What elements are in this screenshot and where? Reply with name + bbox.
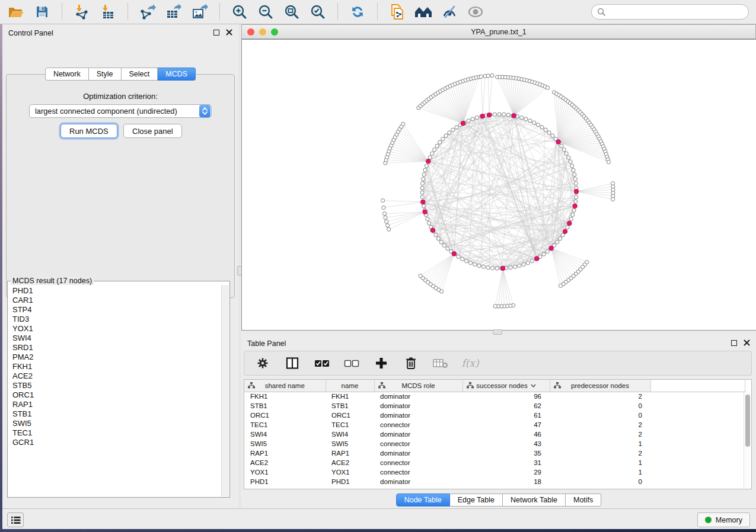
toolbar-separator: [377, 4, 378, 20]
mcds-result-item[interactable]: CAR1: [12, 296, 221, 305]
network-graph[interactable]: [242, 40, 755, 330]
control-panel-tabs: NetworkStyleSelectMCDS: [2, 68, 238, 81]
hide-selected-icon[interactable]: [441, 3, 458, 21]
control-panel-titlebar: Control Panel: [2, 24, 238, 40]
open-session-icon[interactable]: [7, 3, 25, 21]
mcds-result-item[interactable]: ACE2: [12, 371, 221, 381]
import-network-icon[interactable]: [73, 3, 91, 21]
tab-node-table[interactable]: Node Table: [396, 493, 450, 507]
mcds-result-item[interactable]: FKH1: [12, 362, 221, 371]
table-row[interactable]: PHD1PHD1dominator180: [244, 477, 745, 486]
search-input[interactable]: [609, 8, 743, 16]
deselect-all-icon[interactable]: [344, 355, 359, 371]
task-list-icon: [11, 516, 21, 524]
table-row[interactable]: ORC1ORC1dominator610: [244, 411, 745, 420]
mcds-result-item[interactable]: YOX1: [12, 324, 221, 334]
network-window-titlebar: YPA_prune.txt_1: [241, 24, 756, 39]
refresh-view-icon[interactable]: [349, 3, 366, 21]
float-panel-icon[interactable]: [213, 30, 219, 36]
network-window: YPA_prune.txt_1: [241, 24, 756, 331]
horizontal-splitter[interactable]: [241, 331, 756, 335]
toolbar-separator: [219, 4, 220, 20]
save-session-icon[interactable]: [33, 3, 51, 21]
export-image-icon[interactable]: [191, 3, 209, 21]
mcds-result-item[interactable]: STB5: [12, 381, 221, 390]
column-header-filler: [650, 380, 745, 392]
mcds-result-item[interactable]: SWI5: [12, 419, 221, 428]
delete-table-icon[interactable]: [433, 355, 448, 371]
run-mcds-button[interactable]: Run MCDS: [60, 124, 117, 138]
mcds-result-item[interactable]: ORC1: [12, 390, 221, 400]
mcds-result-item[interactable]: SRD1: [12, 343, 221, 352]
column-header-name[interactable]: name: [326, 380, 374, 392]
memory-status-icon: [705, 517, 712, 523]
mcds-result-list[interactable]: PHD1CAR1STP4TID3YOX1SWI4SRD1PMA2FKH1ACE2…: [8, 285, 221, 496]
select-stepper-icon: [199, 105, 210, 117]
network-window-title: YPA_prune.txt_1: [242, 28, 755, 36]
mcds-result-item[interactable]: RAP1: [12, 400, 221, 409]
zoom-out-icon[interactable]: [257, 3, 275, 21]
close-panel-button[interactable]: Close panel: [123, 124, 182, 138]
first-neighbors-icon[interactable]: [414, 3, 432, 21]
table-panel-title: Table Panel: [247, 339, 286, 348]
task-history-button[interactable]: [7, 512, 24, 527]
tab-network-table[interactable]: Network Table: [503, 493, 566, 507]
network-canvas[interactable]: [241, 39, 756, 331]
memory-button[interactable]: Memory: [697, 512, 750, 527]
close-panel-icon[interactable]: [226, 29, 232, 36]
mcds-result-item[interactable]: TID3: [12, 315, 221, 324]
table-scrollbar-thumb[interactable]: [745, 395, 750, 447]
splitter-grip[interactable]: [493, 329, 502, 335]
table-row[interactable]: YOX1YOX1connector291: [244, 467, 745, 477]
tab-edge-table[interactable]: Edge Table: [450, 493, 503, 507]
import-table-icon[interactable]: [99, 3, 117, 21]
column-header-shared-name[interactable]: shared name: [244, 380, 326, 392]
attribute-settings-icon[interactable]: [255, 355, 270, 371]
zoom-in-icon[interactable]: [231, 3, 248, 21]
float-panel-icon[interactable]: [731, 340, 737, 346]
optimization-criterion-select[interactable]: largest connected component (undirected): [29, 104, 212, 118]
table-panel-tabs: Node TableEdge TableNetwork TableMotifs: [241, 493, 756, 507]
mcds-result-item[interactable]: PHD1: [12, 286, 221, 296]
mcds-result-scrollbar[interactable]: [221, 285, 229, 496]
mcds-result-title: MCDS result (17 nodes): [11, 277, 94, 285]
mcds-result-item[interactable]: TEC1: [12, 428, 221, 438]
mcds-result-item[interactable]: STP4: [12, 305, 221, 315]
tab-motifs[interactable]: Motifs: [566, 493, 601, 507]
zoom-fit-icon[interactable]: [283, 3, 301, 21]
column-header-successor-nodes[interactable]: successor nodes: [462, 380, 550, 392]
clone-network-icon[interactable]: [388, 3, 406, 21]
tab-select[interactable]: Select: [122, 68, 158, 81]
export-network-icon[interactable]: [139, 3, 157, 21]
function-builder-icon[interactable]: f(x): [462, 355, 478, 371]
show-all-icon[interactable]: [467, 3, 484, 21]
delete-column-icon[interactable]: [403, 355, 419, 371]
node-table: shared namenameMCDS rolesuccessor nodesp…: [244, 379, 752, 489]
split-panel-icon[interactable]: [285, 355, 300, 371]
export-table-icon[interactable]: [165, 3, 183, 21]
tab-mcds[interactable]: MCDS: [158, 68, 196, 81]
mcds-result-item[interactable]: PMA2: [12, 352, 221, 362]
column-header-predecessor-nodes[interactable]: predecessor nodes: [550, 380, 650, 392]
table-row[interactable]: FKH1FKH1dominator962: [244, 392, 745, 401]
mcds-result-item[interactable]: GCR1: [12, 438, 221, 447]
table-row[interactable]: SWI4SWI4dominator462: [244, 430, 745, 439]
table-row[interactable]: SWI5SWI5connector431: [244, 439, 745, 448]
table-row[interactable]: RAP1RAP1dominator352: [244, 448, 745, 458]
control-panel-title: Control Panel: [8, 29, 53, 37]
main-toolbar: [0, 0, 756, 24]
close-panel-icon[interactable]: [744, 339, 750, 346]
table-row[interactable]: STB1STB1dominator620: [244, 401, 745, 411]
zoom-selected-icon[interactable]: [309, 3, 327, 21]
tab-network[interactable]: Network: [45, 68, 89, 81]
table-row[interactable]: TEC1TEC1connector472: [244, 420, 745, 430]
select-all-icon[interactable]: [314, 355, 330, 371]
tab-style[interactable]: Style: [89, 68, 122, 81]
mcds-result-item[interactable]: SWI4: [12, 334, 221, 343]
mcds-result-item[interactable]: STB1: [12, 409, 221, 419]
create-column-icon[interactable]: [374, 355, 389, 371]
mcds-tab-content: Optimization criterion: largest connecte…: [6, 74, 235, 298]
table-scrollbar[interactable]: [744, 392, 751, 488]
column-header-MCDS-role[interactable]: MCDS role: [374, 380, 462, 392]
table-row[interactable]: ACE2ACE2connector311: [244, 458, 745, 467]
